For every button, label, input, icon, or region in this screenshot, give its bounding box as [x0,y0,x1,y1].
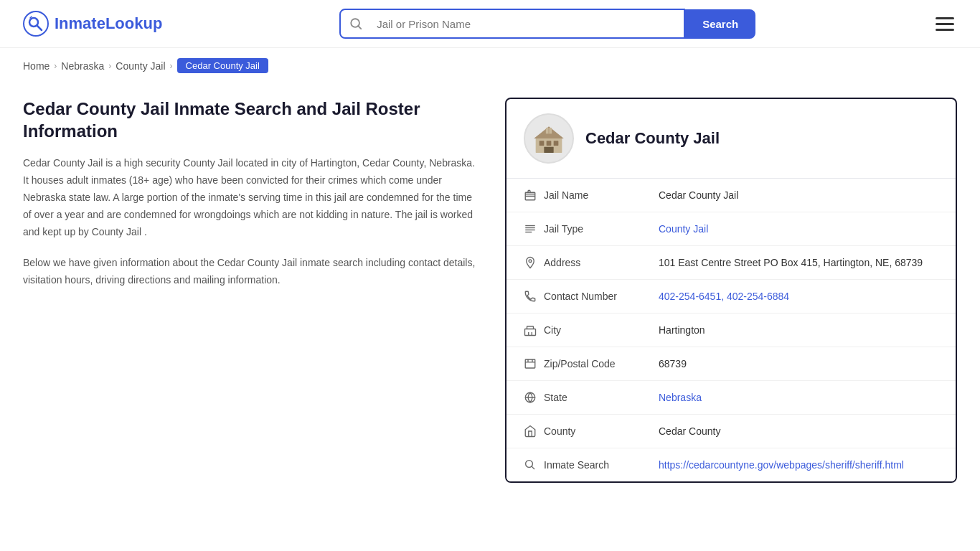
search-wrapper [339,9,685,39]
info-row: Zip/Postal Code68739 [507,347,956,381]
row-label: Jail Type [544,223,659,235]
row-label: County [544,425,659,437]
svg-line-30 [532,466,534,469]
svg-line-5 [358,26,361,29]
breadcrumb-sep-3: › [170,61,173,71]
info-row: Contact Number402-254-6451, 402-254-6884 [507,280,956,314]
search-button[interactable]: Search [685,9,755,39]
site-header: InmateLookup Search [0,0,980,48]
row-value[interactable]: 402-254-6451, 402-254-6884 [659,291,938,302]
left-column: Cedar County Jail Inmate Search and Jail… [23,98,482,483]
breadcrumb: Home › Nebraska › County Jail › Cedar Co… [0,48,980,83]
row-value[interactable]: Nebraska [659,392,938,403]
page-description-2: Below we have given information about th… [23,255,482,289]
svg-line-2 [37,26,42,31]
svg-point-0 [24,11,48,36]
jail-icon [524,189,544,202]
state-icon [524,391,544,404]
info-row: Jail TypeCounty Jail [507,212,956,246]
building-icon [531,121,567,156]
breadcrumb-sep-1: › [54,61,57,71]
svg-rect-10 [554,141,559,146]
breadcrumb-state[interactable]: Nebraska [61,60,104,72]
info-card: Cedar County Jail Jail NameCedar County … [505,98,957,483]
county-icon [524,425,544,438]
hamburger-menu[interactable] [933,14,957,34]
row-value[interactable]: County Jail [659,223,938,235]
svg-rect-23 [525,359,535,368]
info-row: Jail NameCedar County Jail [507,179,956,212]
search-icon [524,458,544,471]
search-input[interactable] [371,11,684,37]
right-column: Cedar County Jail Jail NameCedar County … [505,98,957,483]
breadcrumb-category[interactable]: County Jail [116,60,165,72]
info-row: CountyCedar County [507,415,956,448]
breadcrumb-sep-2: › [108,61,111,71]
facility-name: Cedar County Jail [585,129,720,148]
type-icon [524,222,544,235]
row-label: Inmate Search [544,459,659,471]
breadcrumb-current: Cedar County Jail [177,58,268,73]
zip-icon [524,357,544,370]
info-row: Address101 East Centre Street PO Box 415… [507,246,956,280]
info-rows: Jail NameCedar County JailJail TypeCount… [507,179,956,481]
row-label: Jail Name [544,189,659,201]
row-link[interactable]: Nebraska [659,392,702,403]
row-label: City [544,324,659,336]
page-title: Cedar County Jail Inmate Search and Jail… [23,98,482,142]
search-icon [341,10,371,37]
logo-link[interactable]: InmateLookup [23,11,162,37]
facility-image [524,113,574,164]
row-label: State [544,392,659,403]
svg-rect-11 [544,147,553,153]
row-label: Contact Number [544,291,659,302]
address-icon [524,256,544,269]
row-link[interactable]: https://cedarcountyne.gov/webpages/sheri… [659,459,904,471]
row-link[interactable]: 402-254-6451, 402-254-6884 [659,291,789,302]
svg-rect-20 [525,329,536,336]
info-row: Inmate Searchhttps://cedarcountyne.gov/w… [507,448,956,481]
search-area: Search [339,9,755,39]
card-header: Cedar County Jail [507,99,956,179]
logo-text: InmateLookup [55,14,162,33]
info-row: StateNebraska [507,381,956,415]
row-value: Cedar County Jail [659,189,938,201]
row-label: Address [544,257,659,268]
page-description-1: Cedar County Jail is a high security Cou… [23,155,482,240]
row-value: Cedar County [659,425,938,437]
svg-rect-8 [540,141,545,146]
logo-icon [23,11,49,37]
row-value: 68739 [659,358,938,369]
phone-icon [524,290,544,303]
svg-point-19 [529,260,532,263]
city-icon [524,324,544,336]
breadcrumb-home[interactable]: Home [23,60,50,72]
row-label: Zip/Postal Code [544,358,659,369]
main-content: Cedar County Jail Inmate Search and Jail… [0,83,980,512]
row-value[interactable]: https://cedarcountyne.gov/webpages/sheri… [659,459,938,471]
row-value: 101 East Centre Street PO Box 415, Harti… [659,257,938,268]
row-link[interactable]: County Jail [659,223,708,235]
info-row: CityHartington [507,314,956,347]
svg-rect-9 [547,141,552,146]
row-value: Hartington [659,324,938,336]
